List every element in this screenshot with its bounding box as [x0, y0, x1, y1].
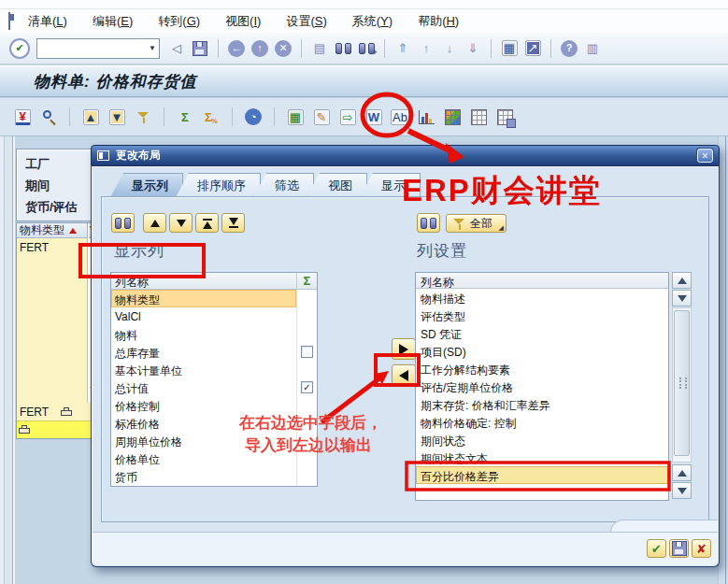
- tab-filter[interactable]: 筛选: [253, 173, 314, 197]
- back-triangle-icon[interactable]: ◁: [166, 38, 187, 59]
- sum-checkbox[interactable]: [301, 346, 313, 358]
- close-icon[interactable]: ✕: [697, 149, 713, 163]
- print-preview-icon[interactable]: ◔: [243, 107, 264, 127]
- tab-sort-order[interactable]: 排序顺序: [176, 173, 261, 197]
- abc-analysis-icon[interactable]: Ab: [390, 107, 410, 127]
- left-column-row-2[interactable]: 物料: [111, 325, 317, 343]
- left-find-button[interactable]: [111, 213, 135, 233]
- menu-item-i[interactable]: 视图(I): [225, 13, 261, 30]
- right-find-button[interactable]: [417, 213, 440, 233]
- move-up-button[interactable]: [143, 213, 166, 233]
- left-column-row-7[interactable]: 标准价格: [111, 414, 317, 432]
- sort-ascending-button-icon[interactable]: ▲: [80, 107, 101, 127]
- scroll-up-button-2[interactable]: [672, 464, 692, 481]
- tab-displayed-columns[interactable]: 显示列: [110, 173, 183, 197]
- menu-item-l[interactable]: 清单(L): [28, 13, 67, 30]
- right-column-row-10[interactable]: 百分比价格差异: [416, 466, 668, 484]
- right-column-row-8[interactable]: 期间状态: [416, 431, 668, 449]
- sort-descending-button-icon[interactable]: ▼: [107, 107, 127, 127]
- right-column-row-0[interactable]: 物料描述: [416, 289, 668, 306]
- print-icon[interactable]: ▤: [309, 38, 330, 59]
- last-page-icon[interactable]: ⇓: [463, 38, 483, 59]
- find-icon[interactable]: [333, 38, 353, 59]
- transfer-right-button[interactable]: [392, 338, 416, 360]
- tab-display[interactable]: 显示: [360, 173, 421, 197]
- move-down-button[interactable]: [169, 213, 193, 233]
- left-column-row-5[interactable]: 总计值✓: [111, 378, 317, 396]
- word-document-icon[interactable]: W: [364, 107, 384, 127]
- scrollbar-track[interactable]: [672, 307, 692, 463]
- word-processing-icon[interactable]: ✎: [311, 107, 332, 127]
- customize-local-layout-icon[interactable]: ▥: [582, 38, 603, 59]
- bg-column-header-material-type[interactable]: 物料类型: [17, 223, 88, 238]
- right-column-name-header[interactable]: 列名称: [416, 273, 668, 289]
- right-column-row-4[interactable]: 工作分解结构要素: [416, 360, 668, 377]
- price-icon[interactable]: ¥: [12, 107, 33, 127]
- tab-view[interactable]: 视图: [307, 173, 367, 197]
- left-column-row-4[interactable]: 基本计量单位: [111, 361, 317, 378]
- dropdown-icon[interactable]: ▼: [146, 44, 159, 52]
- system-menu-icon[interactable]: [8, 12, 10, 30]
- exit-icon[interactable]: ↑: [250, 38, 270, 59]
- move-to-bottom-button[interactable]: [221, 213, 245, 233]
- save-button[interactable]: [669, 539, 689, 558]
- bg-key-column-cell[interactable]: FERT: [17, 238, 88, 403]
- left-column-name-header[interactable]: 列名称: [111, 273, 297, 289]
- back-icon[interactable]: ←: [226, 38, 247, 59]
- page-down-icon[interactable]: ↓: [439, 38, 460, 59]
- create-shortcut-icon[interactable]: ↗: [522, 38, 543, 59]
- left-column-row-1[interactable]: ValCl: [111, 307, 317, 325]
- command-field-input[interactable]: [37, 42, 146, 55]
- scrollbar-thumb[interactable]: [674, 310, 690, 456]
- left-column-row-6[interactable]: 价格控制: [111, 396, 317, 414]
- bg-subtotal-row[interactable]: FERT: [17, 403, 96, 420]
- right-column-row-3[interactable]: 项目(SD): [416, 342, 668, 360]
- filter-all-dropdown-button[interactable]: 全部 ◢: [446, 214, 507, 233]
- save-layout-icon[interactable]: [494, 107, 515, 127]
- first-page-icon[interactable]: ⇑: [393, 38, 413, 59]
- left-column-row-10[interactable]: 货币: [111, 467, 317, 485]
- details-icon[interactable]: [38, 107, 59, 127]
- menu-item-e[interactable]: 编辑(E): [93, 13, 133, 30]
- cancel-icon[interactable]: ✕: [273, 38, 293, 59]
- sum-checkbox[interactable]: ✓: [301, 381, 313, 393]
- right-column-row-1[interactable]: 评估类型: [416, 306, 668, 324]
- transfer-left-button[interactable]: [392, 364, 416, 386]
- save-icon[interactable]: [190, 38, 210, 59]
- menu-item-y[interactable]: 系统(Y): [352, 13, 393, 30]
- right-column-row-6[interactable]: 期末存货: 价格和汇率差异: [416, 395, 668, 413]
- new-session-icon[interactable]: ▦: [499, 38, 520, 59]
- sum-column-header[interactable]: Σ: [297, 273, 317, 289]
- right-column-row-2[interactable]: SD 凭证: [416, 324, 668, 342]
- scroll-down-button-2[interactable]: [672, 482, 692, 499]
- filter-icon[interactable]: [133, 107, 153, 127]
- subtotal-icon[interactable]: Σ%: [201, 107, 221, 127]
- left-column-row-0[interactable]: 物料类型: [111, 290, 317, 307]
- choose-layout-icon[interactable]: [442, 107, 463, 127]
- move-to-top-button[interactable]: [195, 213, 219, 233]
- left-column-row-8[interactable]: 周期单位价格: [111, 432, 317, 449]
- dialog-titlebar[interactable]: 更改布局 ✕: [91, 145, 720, 166]
- export-file-icon[interactable]: ⇨: [337, 107, 358, 127]
- graphic-icon[interactable]: [416, 107, 436, 127]
- total-icon[interactable]: Σ: [175, 107, 195, 127]
- find-next-icon[interactable]: +: [356, 38, 377, 59]
- menu-item-h[interactable]: 帮助(H): [418, 13, 459, 30]
- excel-export-icon[interactable]: ▦: [285, 107, 306, 127]
- right-column-row-9[interactable]: 期间状态文本: [416, 449, 668, 466]
- left-column-row-3[interactable]: 总库存量: [111, 343, 317, 361]
- bg-total-row[interactable]: [17, 420, 96, 438]
- scroll-up-button[interactable]: [672, 272, 692, 289]
- help-icon[interactable]: ?: [559, 38, 579, 59]
- enter-icon[interactable]: ✔: [9, 38, 30, 59]
- menu-item-s[interactable]: 设置(S): [286, 13, 326, 30]
- right-column-row-7[interactable]: 物料价格确定: 控制: [416, 413, 668, 431]
- scroll-down-button[interactable]: [672, 290, 692, 306]
- cancel-button[interactable]: ✘: [692, 539, 711, 558]
- menu-item-g[interactable]: 转到(G): [158, 13, 200, 30]
- command-field[interactable]: ▼: [36, 38, 160, 59]
- ok-button[interactable]: ✔: [647, 539, 666, 558]
- change-layout-icon[interactable]: [468, 107, 489, 127]
- right-column-row-5[interactable]: 评估/定期单位价格: [416, 377, 668, 395]
- page-up-icon[interactable]: ↑: [416, 38, 436, 59]
